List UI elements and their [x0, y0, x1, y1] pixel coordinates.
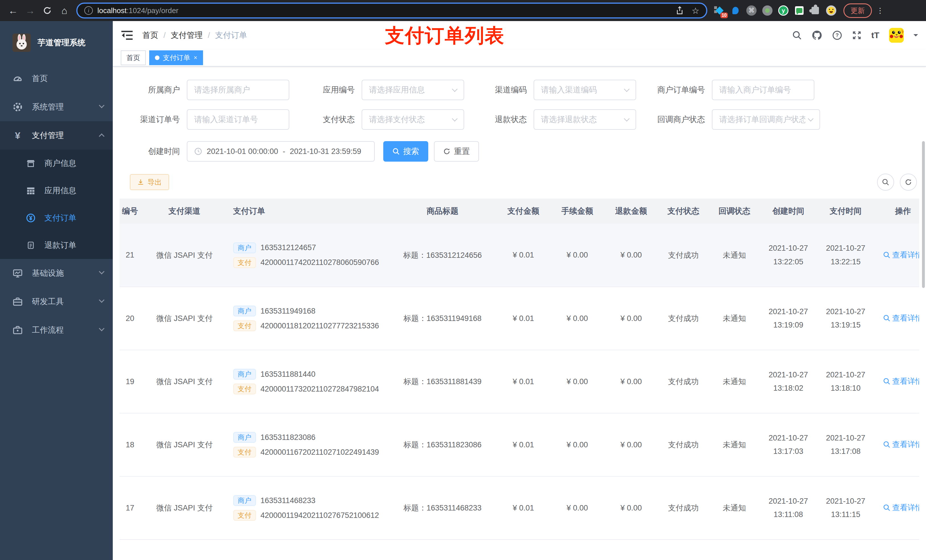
table-row: 19微信 JSAPI 支付商户1635311881440支付4200001173… — [120, 350, 919, 413]
merchant-order-no-input[interactable] — [712, 80, 814, 100]
cell-pay-status: 支付成功 — [658, 350, 709, 413]
submenu-item-label: 应用信息 — [44, 185, 76, 196]
dashboard-icon — [11, 73, 24, 84]
collapse-sidebar-icon[interactable] — [121, 30, 133, 41]
filter-label: 商户订单编号 — [636, 85, 712, 95]
command-icon[interactable]: ⌘ — [746, 5, 757, 16]
sidebar-item-refund-order[interactable]: 退款订单 — [0, 232, 113, 259]
pay-order-no: 4200001167202110271022491439 — [260, 448, 379, 457]
pay-order-line: 支付4200001194202110276752100612 — [233, 510, 388, 521]
record-icon[interactable] — [762, 5, 773, 16]
view-detail-link[interactable]: 查看详情 — [883, 376, 919, 386]
notify-status-select[interactable] — [712, 109, 820, 130]
y-circle-icon[interactable]: y — [778, 5, 789, 16]
download-icon — [137, 179, 144, 186]
browser-update-button[interactable]: 更新 — [843, 3, 872, 18]
search-button[interactable]: 搜索 — [383, 141, 428, 162]
balloon-icon[interactable] — [730, 5, 741, 16]
app-logo-row[interactable]: 芋道管理系统 — [0, 21, 113, 64]
view-detail-link[interactable]: 查看详情 — [883, 439, 919, 450]
cell-notify-status: 未通知 — [709, 413, 760, 476]
vertical-scrollbar[interactable] — [922, 141, 925, 288]
merchant-order-line: 商户1635311881440 — [233, 369, 388, 380]
cell-refund — [605, 539, 658, 560]
create-time-range-input[interactable]: 2021-10-01 00:00:00 - 2021-10-31 23:59:5… — [187, 141, 375, 162]
toolbox-icon — [11, 296, 24, 307]
question-icon[interactable]: ? — [832, 30, 842, 41]
pay-order-no: 4200001194202110276752100612 — [260, 511, 379, 520]
chevron-down-icon[interactable] — [914, 34, 918, 39]
pay-tag: 支付 — [233, 320, 256, 331]
url-path: :1024/pay/order — [127, 6, 179, 15]
channel-order-no-input[interactable] — [187, 109, 289, 130]
cell-actions: 查看详情 — [875, 287, 920, 350]
site-info-icon[interactable]: i — [84, 6, 93, 15]
sidebar-item-home[interactable]: 首页 — [0, 64, 113, 93]
share-icon[interactable] — [676, 6, 684, 15]
emoji-icon[interactable] — [826, 5, 837, 16]
cell-actions: 查看详情 — [875, 223, 920, 287]
back-icon[interactable]: ← — [5, 3, 22, 18]
merchant-tag: 商户 — [233, 369, 256, 380]
pixel-diamond-icon[interactable]: 10 — [714, 5, 725, 16]
pay-order-line: 支付4200001181202110277723215336 — [233, 320, 388, 331]
cell-amount: ¥ 0.01 — [497, 350, 549, 413]
pay-status-select[interactable] — [362, 109, 464, 130]
forward-icon[interactable]: → — [22, 3, 39, 18]
view-detail-link[interactable]: 查看详情 — [883, 250, 919, 260]
content-area: 所属商户 应用编号 渠道编码 商户订单编号 渠道订单号 支付状态 退 — [113, 66, 926, 560]
puzzle-icon[interactable] — [810, 5, 821, 16]
cell-channel: 微信 JSAPI 支付 — [147, 413, 222, 476]
bookmark-star-icon[interactable]: ☆ — [691, 6, 699, 16]
sidebar-item-workflow[interactable]: 工作流程 — [0, 316, 113, 344]
refresh-table-button[interactable] — [900, 174, 917, 191]
view-detail-link[interactable]: 查看详情 — [883, 503, 919, 513]
sidebar-item-pay-order[interactable]: 支付订单 — [0, 204, 113, 232]
home-icon[interactable]: ⌂ — [56, 3, 73, 18]
app-select[interactable] — [362, 80, 464, 100]
github-icon[interactable] — [811, 30, 822, 41]
cell-fee: ¥ 0.00 — [550, 350, 605, 413]
address-bar[interactable]: i localhost:1024/pay/order ☆ — [76, 3, 707, 18]
cell-actions: 查看详情 — [875, 476, 920, 539]
search-icon[interactable] — [792, 30, 802, 40]
sidebar-item-infrastructure[interactable]: 基础设施 — [0, 259, 113, 287]
channel-code-select[interactable] — [534, 80, 636, 100]
cell-channel: 微信 JSAPI 支付 — [147, 476, 222, 539]
merchant-input[interactable] — [187, 80, 289, 100]
merchant-order-line: 商户1635311823086 — [233, 432, 388, 443]
chevron-down-icon — [452, 86, 458, 92]
reset-button[interactable]: 重置 — [434, 141, 479, 162]
cell-fee: ¥ 0.00 — [550, 413, 605, 476]
cell-title: 标题：1635311823086 — [388, 413, 497, 476]
app-window: ← → ⌂ i localhost:1024/pay/order ☆ 10 ⌘ … — [0, 0, 926, 560]
reload-icon[interactable] — [39, 3, 56, 18]
fullscreen-icon[interactable] — [852, 30, 862, 40]
refund-status-select[interactable] — [534, 109, 636, 130]
chat-icon[interactable] — [794, 5, 805, 16]
export-button[interactable]: 导出 — [130, 174, 169, 190]
sidebar-item-app-info[interactable]: 应用信息 — [0, 177, 113, 204]
breadcrumb-current: 支付订单 — [215, 30, 247, 41]
close-icon[interactable]: × — [194, 54, 197, 62]
sidebar-item-payment[interactable]: ¥ 支付管理 — [0, 121, 113, 150]
sidebar-item-dev-tools[interactable]: 研发工具 — [0, 287, 113, 316]
browser-menu-icon[interactable]: ⋮ — [876, 9, 883, 12]
tab-pay-order[interactable]: 支付订单× — [149, 50, 203, 65]
cell-fee: ¥ 0.00 — [550, 476, 605, 539]
cell-refund: ¥ 0.00 — [605, 287, 658, 350]
breadcrumb-payment[interactable]: 支付管理 — [171, 30, 203, 41]
font-size-icon[interactable]: tT — [872, 30, 879, 40]
tab-home[interactable]: 首页 — [121, 50, 146, 65]
breadcrumb-home[interactable]: 首页 — [142, 30, 158, 41]
sidebar-item-system[interactable]: 系统管理 — [0, 93, 113, 121]
sidebar-item-merchant-info[interactable]: 商户信息 — [0, 150, 113, 177]
sidebar-item-label: 首页 — [32, 73, 48, 84]
avatar[interactable] — [889, 28, 904, 43]
cell-id: 17 — [120, 476, 147, 539]
cell-pay-status: 支付成功 — [658, 223, 709, 287]
toggle-search-button[interactable] — [877, 174, 894, 191]
view-detail-link[interactable]: 查看详情 — [883, 313, 919, 323]
chevron-down-icon — [99, 269, 104, 274]
merchant-order-no: 1635311468233 — [260, 496, 316, 505]
